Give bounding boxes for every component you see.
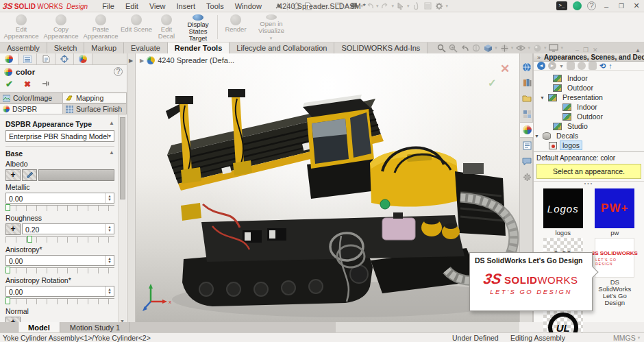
menu-insert[interactable]: Insert	[172, 1, 201, 11]
design-library-tab[interactable]	[520, 75, 534, 90]
tab-motion-study-1[interactable]: Motion Study 1	[60, 322, 130, 332]
edit-scene-button[interactable]: Edit Scene	[121, 12, 152, 42]
tree-item-presentation[interactable]: ▼Presentation	[534, 93, 644, 102]
configuration-tab[interactable]	[37, 53, 55, 64]
tab-render-tools[interactable]: Render Tools	[168, 42, 230, 53]
tab-lifecycle-collaboration[interactable]: Lifecycle and Collaboration	[230, 42, 334, 53]
edit-appearance-headsup-icon[interactable]	[533, 44, 542, 53]
confirmation-ok-icon[interactable]: ✓	[488, 77, 497, 89]
up-one-level-icon[interactable]: ↑	[608, 62, 612, 70]
hide-show-items-icon[interactable]	[516, 45, 525, 51]
tab-evaluate[interactable]: Evaluate	[124, 42, 168, 53]
metallic-slider[interactable]	[5, 205, 114, 211]
paste-appearance-button[interactable]: Paste Appearance	[81, 12, 121, 42]
tab-markup[interactable]: Markup	[84, 42, 124, 53]
slider-thumb[interactable]	[27, 236, 32, 243]
spinner-arrows[interactable]: ▲▼	[105, 286, 114, 296]
menu-window[interactable]: Window	[230, 1, 267, 11]
featuremanager-tab[interactable]	[18, 53, 37, 64]
tree-expand-arrow[interactable]: ▶	[140, 58, 144, 64]
print-icon[interactable]	[349, 1, 359, 11]
forum-tab[interactable]	[520, 154, 534, 169]
close-button[interactable]: ✕	[632, 1, 641, 10]
panel-splitter[interactable]: •••	[534, 181, 644, 186]
custom-properties-tab[interactable]	[520, 138, 534, 154]
appearance-type-select[interactable]: Enterprise PBR Shading Model▾	[5, 130, 114, 142]
home-icon[interactable]	[292, 1, 301, 11]
menu-edit[interactable]: Edit	[121, 1, 143, 11]
apply-appearance-icon[interactable]	[567, 62, 575, 70]
view-settings-icon[interactable]	[549, 44, 558, 52]
save-palette-icon[interactable]	[589, 62, 597, 70]
spinner-arrows[interactable]: ▲▼	[105, 256, 114, 265]
tree-item-presentation-indoor[interactable]: Indoor	[534, 102, 644, 112]
3dexperience-status-icon[interactable]	[573, 1, 582, 10]
back-icon[interactable]: ◄	[537, 62, 545, 70]
slider-thumb[interactable]	[5, 297, 10, 304]
tab-solidworks-addins[interactable]: SOLIDWORKS Add-Ins	[334, 42, 428, 53]
tree-item-logos[interactable]: logos	[534, 141, 644, 150]
metallic-input[interactable]: 0.00▲▼	[5, 193, 114, 204]
edit-appearance-button[interactable]: Edit Appearance	[1, 12, 41, 42]
render-button[interactable]: Render	[220, 12, 251, 42]
doc-close-button[interactable]: ✕	[593, 47, 598, 53]
assembly-tree-label[interactable]: 4240 Spreader (Defa...	[158, 56, 234, 64]
spreader-3d-model[interactable]	[136, 53, 519, 322]
help-icon[interactable]: ?	[587, 1, 596, 10]
tab-mapping[interactable]: Mapping	[63, 93, 127, 103]
tab-model[interactable]: Model	[18, 322, 60, 332]
doc-restore-button[interactable]: ❐	[583, 47, 589, 53]
collapse-chevron-icon[interactable]: ▼	[539, 95, 545, 100]
slider-thumb[interactable]	[5, 204, 10, 211]
restore-button[interactable]: ❐	[617, 3, 626, 10]
roughness-input[interactable]: 0.20▲▼	[22, 223, 114, 234]
display-states-target-button[interactable]: Display States Target	[181, 12, 215, 42]
forward-icon[interactable]: ►	[548, 62, 556, 70]
pin-button[interactable]	[42, 80, 50, 88]
3dexperience-tab[interactable]	[520, 59, 534, 75]
menu-view[interactable]: View	[145, 1, 171, 11]
tree-item-studio[interactable]: Studio	[534, 121, 644, 131]
tree-item-indoor[interactable]: Indoor	[534, 73, 644, 83]
appearances-scenes-decals-tab[interactable]	[520, 122, 534, 138]
minimize-button[interactable]: –	[602, 2, 611, 10]
properties-icon[interactable]	[423, 1, 432, 11]
tree-item-outdoor[interactable]: Outdoor	[534, 83, 644, 93]
roughness-slider[interactable]	[5, 236, 114, 243]
expand-panel-chevrons[interactable]: »	[537, 54, 541, 61]
appearance-propertymanager-tab[interactable]	[0, 53, 18, 64]
previous-view-icon[interactable]	[460, 45, 469, 52]
pm-help-icon[interactable]: ?	[114, 67, 123, 76]
command-prompt-icon[interactable]: >_	[556, 1, 567, 10]
tree-item-decals[interactable]: ▼Decals	[534, 131, 644, 141]
pin-menu-icon[interactable]	[273, 1, 283, 11]
albedo-color-swatch[interactable]	[38, 169, 114, 181]
new-document-icon[interactable]	[304, 1, 313, 11]
anisotropy-slider[interactable]	[5, 267, 114, 273]
menu-file[interactable]: File	[97, 1, 119, 11]
anisotropy-rotation-input[interactable]: 0.00▲▼	[5, 286, 114, 297]
collapse-task-pane-chevron[interactable]: ▲	[635, 47, 641, 53]
viewport-feature-tree[interactable]: ▶ 4240 Spreader (Defa...	[140, 56, 234, 64]
zoom-to-fit-icon[interactable]	[437, 44, 446, 53]
pm-scrollbar-thumb[interactable]	[120, 117, 125, 199]
options-gear-icon[interactable]	[434, 1, 444, 11]
undo-icon[interactable]	[365, 1, 375, 11]
slider-thumb[interactable]	[5, 267, 10, 273]
save-icon[interactable]	[334, 1, 344, 11]
base-section[interactable]: Base▲	[5, 149, 114, 158]
tab-surface-finish[interactable]: Surface Finish	[63, 103, 127, 114]
attachment-icon[interactable]	[411, 1, 421, 11]
open-document-icon[interactable]	[319, 1, 328, 11]
doc-minimize-button[interactable]: –	[575, 47, 579, 53]
anisotropy-rotation-slider[interactable]	[5, 298, 114, 304]
confirmation-cancel-icon[interactable]: ✕	[500, 62, 510, 76]
pw-decal-image[interactable]: PW+	[595, 188, 634, 228]
logos-decal-image[interactable]: Logos	[543, 188, 583, 228]
status-units[interactable]: MMGS▾	[613, 334, 640, 342]
select-cursor-icon[interactable]	[396, 1, 406, 11]
appearance-type-section[interactable]: DSPBR Appearance Type▲	[5, 120, 114, 128]
graphics-viewport[interactable]: ▶ 4240 Spreader (Defa... ✕ ✓ x	[136, 53, 519, 322]
spinner-arrows[interactable]: ▲▼	[105, 224, 114, 234]
decal-thumbnail-pw[interactable]: PW+ pw	[594, 188, 636, 236]
